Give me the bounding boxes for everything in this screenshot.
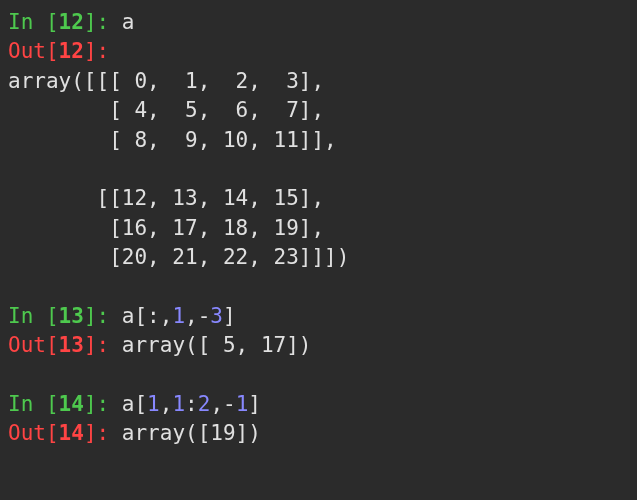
in-code: a[1,1:2,-1]: [122, 392, 261, 416]
cell-12: In [12]: a Out[12]: array([[[ 0, 1, 2, 3…: [8, 10, 349, 269]
cell-13: In [13]: a[:,1,-3] Out[13]: array([ 5, 1…: [8, 304, 311, 357]
out-result: array([19]): [122, 421, 261, 445]
in-code: a: [122, 10, 135, 34]
out-result: array([ 5, 17]): [122, 333, 312, 357]
in-prompt: In [12]:: [8, 10, 122, 34]
out-result: array([[[ 0, 1, 2, 3], [ 4, 5, 6, 7], [ …: [8, 69, 349, 269]
in-prompt: In [14]:: [8, 392, 122, 416]
out-prompt: Out[13]:: [8, 333, 122, 357]
in-code: a[:,1,-3]: [122, 304, 236, 328]
in-prompt: In [13]:: [8, 304, 122, 328]
out-prompt: Out[14]:: [8, 421, 122, 445]
cell-14: In [14]: a[1,1:2,-1] Out[14]: array([19]…: [8, 392, 261, 445]
out-prompt: Out[12]:: [8, 39, 109, 63]
